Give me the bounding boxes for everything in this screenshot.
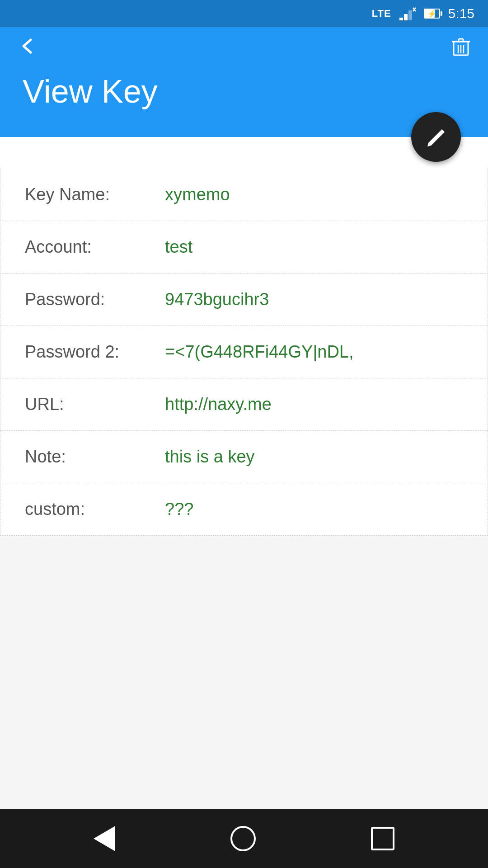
status-icons: LTE ⚡ 5:15 xyxy=(372,6,474,21)
nav-recent-button[interactable] xyxy=(371,827,394,850)
recent-square-icon xyxy=(371,827,394,850)
nav-home-button[interactable] xyxy=(230,826,256,851)
field-value-1: test xyxy=(165,237,192,257)
page-title: View Key xyxy=(18,73,470,110)
field-value-2: 9473bgucihr3 xyxy=(165,290,269,309)
status-time: 5:15 xyxy=(448,6,474,21)
field-label-0: Key Name: xyxy=(25,185,151,204)
pencil-icon xyxy=(425,126,447,148)
field-label-3: Password 2: xyxy=(25,342,151,362)
battery-icon: ⚡ xyxy=(424,9,440,19)
battery-container: ⚡ xyxy=(424,9,440,19)
app-bar: View Key xyxy=(0,27,488,137)
field-row-2: Password:9473bgucihr3 xyxy=(0,274,488,326)
bottom-nav xyxy=(0,809,488,868)
field-value-0: xymemo xyxy=(165,185,230,204)
field-row-5: Note:this is a key xyxy=(0,431,488,483)
field-label-1: Account: xyxy=(25,237,151,257)
content-area: Key Name:xymemoAccount:testPassword:9473… xyxy=(0,137,488,536)
svg-marker-1 xyxy=(404,14,408,20)
back-triangle-icon xyxy=(94,826,115,851)
svg-marker-2 xyxy=(408,10,412,20)
field-row-4: URL:http://naxy.me xyxy=(0,378,488,431)
field-row-3: Password 2:=<7(G448RFi44GY|nDL, xyxy=(0,326,488,378)
trash-icon xyxy=(452,37,470,57)
field-label-5: Note: xyxy=(25,447,151,467)
app-bar-top xyxy=(18,36,470,59)
delete-button[interactable] xyxy=(452,37,470,59)
home-circle-icon xyxy=(230,826,256,851)
status-bar: LTE ⚡ 5:15 xyxy=(0,0,488,27)
nav-back-button[interactable] xyxy=(94,826,115,851)
field-row-0: Key Name:xymemo xyxy=(0,169,488,221)
field-value-3: =<7(G448RFi44GY|nDL, xyxy=(165,342,354,362)
field-row-1: Account:test xyxy=(0,221,488,274)
back-arrow-icon xyxy=(18,36,38,56)
field-label-4: URL: xyxy=(25,395,151,414)
fields-container: Key Name:xymemoAccount:testPassword:9473… xyxy=(0,169,488,536)
field-label-2: Password: xyxy=(25,290,151,309)
back-button[interactable] xyxy=(18,36,38,59)
signal-icon xyxy=(399,7,416,20)
edit-fab-button[interactable] xyxy=(411,112,461,162)
field-value-6: ??? xyxy=(165,500,193,519)
field-value-4: http://naxy.me xyxy=(165,395,272,414)
lte-icon: LTE xyxy=(372,8,391,19)
field-label-6: custom: xyxy=(25,500,151,519)
field-value-5: this is a key xyxy=(165,447,255,467)
svg-marker-0 xyxy=(399,18,403,20)
field-row-6: custom:??? xyxy=(0,483,488,536)
